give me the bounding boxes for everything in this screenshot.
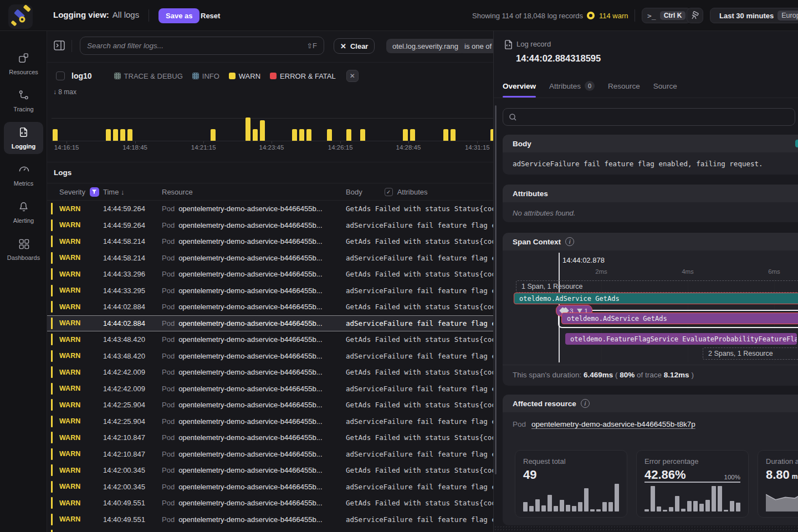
sidebar-item-metrics[interactable]: Metrics: [0, 159, 47, 191]
histogram-bar[interactable]: [245, 117, 250, 141]
time-range-button[interactable]: Last 30 minutes Europ: [710, 8, 798, 23]
clear-filters-button[interactable]: ✕ Clear: [334, 38, 375, 54]
sidebar-item-label: Resources: [9, 69, 38, 75]
histogram-bar[interactable]: [403, 129, 408, 141]
close-icon: ✕: [340, 42, 346, 50]
table-row[interactable]: WARN14:42:00.345Podopentelemetry-demo-ad…: [47, 479, 493, 495]
table-row[interactable]: WARN14:42:00.345Podopentelemetry-demo-ad…: [47, 462, 493, 479]
sidebar-item-tracing[interactable]: Tracing: [0, 85, 47, 117]
filter-chip-key[interactable]: otel.log.severity.range: [386, 39, 468, 53]
histogram-bar[interactable]: [410, 129, 415, 141]
span-bar-adservice-getads[interactable]: oteldemo.AdService GetAds: [514, 293, 798, 304]
panel-scrollbar[interactable]: [495, 105, 497, 474]
chart-legend: log10 TRACE & DEBUGINFOWARNERROR & FATAL…: [56, 68, 359, 84]
histogram-bar[interactable]: [120, 129, 125, 141]
time-cell: 14:44:59.264: [103, 221, 162, 229]
table-row[interactable]: WARN: [47, 528, 493, 532]
info-icon[interactable]: i: [565, 237, 574, 246]
sparkline-bar: [663, 510, 667, 511]
reset-button[interactable]: Reset: [201, 8, 220, 23]
table-row[interactable]: WARN14:40:49.551Podopentelemetry-demo-ad…: [47, 511, 493, 528]
table-row[interactable]: WARN14:44:58.214Podopentelemetry-demo-ad…: [47, 250, 493, 267]
histogram-bar[interactable]: [292, 129, 297, 141]
table-row[interactable]: WARN14:43:48.420Podopentelemetry-demo-ad…: [47, 331, 493, 348]
metric-card-request-total[interactable]: Request total49: [515, 450, 627, 518]
resource-cell: Podopentelemetry-demo-adservice-b4466455…: [162, 221, 346, 229]
span-bar-adservice-getads-child[interactable]: oteldemo.AdService GetAds: [561, 313, 798, 324]
histogram-bar[interactable]: [211, 129, 216, 141]
table-row[interactable]: WARN14:40:49.551Podopentelemetry-demo-ad…: [47, 495, 493, 511]
metric-card-duration-average[interactable]: Duration av8.80ms: [758, 450, 798, 518]
detail-search-input[interactable]: [503, 108, 795, 126]
legend-item-warn[interactable]: WARN: [229, 72, 260, 80]
span-group-top[interactable]: 1 Span, 1 Resource: [516, 280, 798, 293]
sidebar-item-alerting[interactable]: Alerting: [0, 196, 47, 228]
tab-source[interactable]: Source: [653, 82, 677, 90]
histogram-bar[interactable]: [253, 129, 258, 141]
col-severity[interactable]: Severity: [59, 188, 85, 196]
logs-table-header: Severity Time ↓ Resource Body ✓ Attribut…: [47, 183, 493, 201]
table-row[interactable]: WARN14:42:10.847Podopentelemetry-demo-ad…: [47, 429, 493, 446]
severity-filter-icon[interactable]: [90, 187, 99, 197]
table-row[interactable]: WARN14:44:02.884Podopentelemetry-demo-ad…: [47, 299, 493, 315]
span-group-bottom[interactable]: 2 Spans, 1 Resource: [703, 347, 798, 360]
legend-item-error-fatal[interactable]: ERROR & FATAL: [270, 72, 336, 80]
histogram-bar[interactable]: [106, 129, 111, 141]
affected-pod-link[interactable]: opentelemetry-demo-adservice-b4466455b-t…: [531, 420, 695, 428]
table-row[interactable]: WARN14:44:33.295Podopentelemetry-demo-ad…: [47, 283, 493, 299]
legend-item-trace-debug[interactable]: TRACE & DEBUG: [114, 72, 183, 80]
command-palette-button[interactable]: >_ Ctrl K: [642, 8, 691, 23]
table-row[interactable]: WARN14:44:58.214Podopentelemetry-demo-ad…: [47, 233, 493, 250]
col-time[interactable]: Time ↓: [103, 188, 162, 196]
col-resource[interactable]: Resource: [162, 188, 346, 196]
table-row[interactable]: WARN14:42:10.847Podopentelemetry-demo-ad…: [47, 446, 493, 463]
terminal-icon: >_: [647, 12, 656, 20]
sidebar-item-dashboards[interactable]: Dashboards: [0, 233, 47, 265]
histogram-bar[interactable]: [443, 129, 448, 141]
histogram-bar[interactable]: [53, 129, 58, 141]
resources-icon: [18, 52, 30, 66]
histogram-bar[interactable]: [299, 129, 304, 141]
histogram-bar[interactable]: [451, 129, 456, 141]
tab-resource[interactable]: Resource: [608, 82, 640, 90]
info-icon[interactable]: i: [581, 399, 590, 408]
remove-series-button[interactable]: ✕: [346, 70, 359, 82]
histogram-bar[interactable]: [306, 129, 311, 141]
log-histogram[interactable]: [52, 100, 493, 141]
search-input[interactable]: Search and filter logs... ⇧F: [80, 37, 324, 55]
tab-overview[interactable]: Overview: [503, 82, 536, 90]
table-row[interactable]: WARN14:44:02.884Podopentelemetry-demo-ad…: [47, 315, 493, 332]
histogram-bar[interactable]: [360, 129, 365, 141]
table-row[interactable]: WARN14:42:42.009Podopentelemetry-demo-ad…: [47, 381, 493, 397]
span-bar-featureflag[interactable]: oteldemo.FeatureFlagService EvaluateProb…: [565, 333, 797, 345]
attributes-checkbox[interactable]: ✓: [385, 188, 393, 196]
series-checkbox[interactable]: [56, 71, 65, 80]
sidebar-item-logging[interactable]: Logging: [4, 122, 43, 154]
metric-card-error-percentage[interactable]: Error percentage42.86%100%: [636, 450, 749, 518]
tab-attributes[interactable]: Attributes 0: [549, 81, 595, 91]
table-row[interactable]: WARN14:42:25.904Podopentelemetry-demo-ad…: [47, 397, 493, 413]
histogram-bar[interactable]: [113, 129, 118, 141]
sidebar-item-resources[interactable]: Resources: [0, 48, 47, 80]
col-body[interactable]: Body: [346, 188, 362, 196]
histogram-bar[interactable]: [260, 120, 265, 141]
tracing-icon: [18, 89, 30, 104]
app-logo[interactable]: [8, 4, 33, 29]
col-attributes[interactable]: Attributes: [397, 188, 428, 196]
save-as-button[interactable]: Save as: [158, 8, 200, 23]
table-row[interactable]: WARN14:42:42.009Podopentelemetry-demo-ad…: [47, 364, 493, 381]
table-row[interactable]: WARN14:44:33.296Podopentelemetry-demo-ad…: [47, 266, 493, 283]
severity-label: WARN: [59, 205, 80, 213]
legend-item-info[interactable]: INFO: [192, 72, 219, 80]
table-row[interactable]: WARN14:44:59.264Podopentelemetry-demo-ad…: [47, 201, 493, 217]
histogram-bar[interactable]: [327, 129, 332, 141]
whats-new-button[interactable]: [687, 8, 703, 23]
table-row[interactable]: WARN14:44:59.264Podopentelemetry-demo-ad…: [47, 217, 493, 234]
table-row[interactable]: WARN14:42:25.904Podopentelemetry-demo-ad…: [47, 413, 493, 430]
histogram-bar[interactable]: [127, 129, 132, 141]
filter-chip-operator[interactable]: is one of: [458, 39, 493, 53]
histogram-bar[interactable]: [346, 129, 351, 141]
severity-cell: WARN: [47, 416, 103, 427]
collapse-panel-button[interactable]: [54, 40, 66, 52]
table-row[interactable]: WARN14:43:48.420Podopentelemetry-demo-ad…: [47, 348, 493, 365]
